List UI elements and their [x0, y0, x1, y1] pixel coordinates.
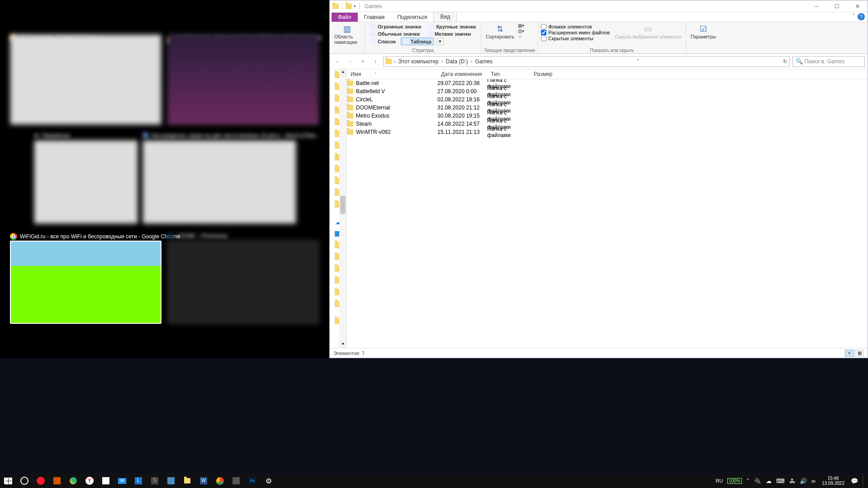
taskbar-app-photoshop[interactable]: Ps: [244, 474, 261, 488]
table-row[interactable]: DOOMEternal31.08.2020 21:12Папка с файла…: [347, 104, 868, 112]
group-by-button[interactable]: ▦▾: [518, 23, 524, 28]
taskview-thumb-settings[interactable]: [34, 140, 138, 224]
chevron-right-icon[interactable]: ›: [394, 58, 395, 65]
taskbar-app[interactable]: [163, 474, 179, 488]
task-view-button[interactable]: [0, 474, 16, 488]
address-dropdown-icon[interactable]: ˅: [637, 58, 640, 65]
breadcrumb-seg[interactable]: Games: [474, 58, 493, 65]
ribbon-tab-home[interactable]: Главная: [358, 13, 391, 22]
nav-forward-button[interactable]: →: [345, 57, 355, 66]
view-mode-normal[interactable]: Обычные значки: [368, 30, 422, 38]
view-mode-table[interactable]: Таблица: [401, 38, 434, 45]
view-mode-small[interactable]: Мелкие значки: [425, 30, 473, 38]
breadcrumb-seg[interactable]: Этот компьютер: [397, 58, 440, 65]
table-row[interactable]: WinMTR-v09215.11.2021 21:13Папка с файла…: [347, 128, 868, 136]
taskbar-app[interactable]: [98, 474, 114, 488]
hide-selected-button[interactable]: ▭ Скрыть выбранные элементы: [613, 23, 683, 41]
taskbar-app-settings[interactable]: ⚙: [261, 474, 277, 488]
file-extensions-toggle[interactable]: Расширения имен файлов: [541, 30, 610, 35]
file-date: 15.11.2021 21:13: [437, 129, 487, 135]
input-language[interactable]: RU: [716, 478, 723, 483]
collapse-ribbon-icon[interactable]: ˄: [852, 13, 855, 20]
show-desktop-button[interactable]: [863, 474, 865, 488]
taskbar-app-explorer[interactable]: [179, 474, 195, 488]
taskbar-app-chrome[interactable]: [212, 474, 228, 488]
details-view-button[interactable]: ≡: [845, 350, 854, 357]
table-row[interactable]: CircleL02.08.2022 18:16Папка с файлами: [347, 95, 868, 104]
chevron-right-icon[interactable]: ›: [470, 58, 472, 65]
network-icon[interactable]: 🖧: [789, 478, 795, 484]
column-header-type[interactable]: Тип: [487, 71, 530, 77]
help-icon[interactable]: ?: [858, 13, 865, 20]
window-titlebar[interactable]: ▾ Games ─ ☐ ✕: [330, 0, 868, 12]
taskbar-app-sublime[interactable]: S: [147, 474, 163, 488]
table-row[interactable]: Steam14.08.2022 14:57Папка с файлами: [347, 120, 868, 128]
hidden-items-toggle[interactable]: Скрытые элементы: [541, 36, 610, 41]
taskbar-app-word[interactable]: W: [195, 474, 212, 488]
close-button[interactable]: ✕: [847, 0, 868, 12]
sync-icon[interactable]: ∞: [811, 478, 816, 484]
nav-pane-collapsed[interactable]: ☁ ▴ ▾: [330, 69, 347, 348]
size-columns-button[interactable]: ↔: [518, 34, 524, 39]
taskview-thumb-photoshop[interactable]: [167, 241, 319, 324]
scroll-up-icon[interactable]: ▴: [339, 69, 346, 76]
navpane-scrollbar[interactable]: ▴ ▾: [339, 69, 346, 348]
taskbar-clock[interactable]: 15:46 13.09.2022: [820, 476, 846, 486]
column-header-size[interactable]: Размер: [530, 71, 557, 77]
table-row[interactable]: Battle.net29.07.2022 20:38Папка с файлам…: [347, 79, 868, 87]
taskbar-app[interactable]: [228, 474, 244, 488]
nav-pane-button[interactable]: ▥ Область навигации: [332, 23, 362, 46]
breadcrumb-seg[interactable]: Data (D:): [445, 58, 469, 65]
taskbar-app[interactable]: [65, 474, 81, 488]
add-columns-button[interactable]: ▥▾: [518, 28, 524, 33]
taskview-thumb-word[interactable]: [142, 140, 296, 224]
refresh-button[interactable]: ↻: [783, 58, 787, 65]
taskbar-app-mail[interactable]: ✉: [114, 474, 130, 488]
taskview-thumb-wifigid[interactable]: [10, 241, 161, 324]
nav-recent-dropdown[interactable]: ▾: [358, 57, 368, 66]
taskbar-app[interactable]: [49, 474, 65, 488]
column-header-name[interactable]: Имя˄: [347, 71, 437, 77]
ribbon-tab-file[interactable]: Файл: [332, 13, 358, 22]
action-center-icon[interactable]: 💬: [851, 478, 858, 484]
folder-icon[interactable]: [332, 4, 339, 9]
tray-overflow-icon[interactable]: ˄: [746, 478, 749, 484]
onedrive-tray-icon[interactable]: ☁: [766, 478, 772, 484]
sort-button[interactable]: ⇅ Сортировать: [484, 23, 516, 40]
chevron-right-icon[interactable]: ›: [441, 58, 443, 65]
minimize-button[interactable]: ─: [806, 0, 827, 12]
nav-back-button[interactable]: ←: [332, 57, 342, 66]
taskbar-app-yandex[interactable]: Y: [81, 474, 98, 488]
taskbar-app-opera[interactable]: [33, 474, 49, 488]
view-mode-huge[interactable]: Огромные значки: [368, 23, 423, 30]
taskview-thumb-chrome-messenger[interactable]: [10, 34, 161, 125]
taskbar-app[interactable]: L: [130, 474, 147, 488]
search-input[interactable]: [805, 58, 862, 65]
maximize-button[interactable]: ☐: [827, 0, 847, 12]
view-mode-large[interactable]: Крупные значки: [426, 23, 478, 30]
large-icons-view-button[interactable]: ▦: [855, 350, 864, 357]
search-button[interactable]: [16, 474, 33, 488]
address-bar[interactable]: › Этот компьютер › Data (D:) › Games ˅ ↻: [383, 56, 790, 67]
power-icon[interactable]: 🔌: [754, 478, 761, 484]
battery-indicator[interactable]: 100%: [727, 478, 742, 484]
ribbon-tab-share[interactable]: Поделиться: [391, 13, 433, 22]
folder-icon[interactable]: [346, 4, 352, 9]
taskview-thumb-chrome-video[interactable]: [167, 34, 319, 125]
search-box[interactable]: 🔍: [792, 56, 865, 67]
table-row[interactable]: Battlefield V27.08.2020 0:00Папка с файл…: [347, 87, 868, 95]
view-mode-list[interactable]: Список: [368, 38, 398, 45]
qat-dropdown-icon[interactable]: ▾: [354, 4, 356, 9]
table-row[interactable]: Metro Exodus30.08.2020 19:15Папка с файл…: [347, 112, 868, 120]
keyboard-icon[interactable]: ⌨: [776, 478, 785, 484]
folder-icon: [347, 113, 353, 118]
item-checkboxes-toggle[interactable]: Флажки элементов: [541, 24, 610, 29]
scrollbar-thumb[interactable]: [340, 196, 346, 214]
scroll-down-icon[interactable]: ▾: [339, 341, 346, 348]
layout-more-icon[interactable]: ▾: [436, 38, 444, 45]
volume-icon[interactable]: 🔊: [800, 478, 807, 484]
options-button[interactable]: ☑ Параметры: [689, 23, 718, 40]
ribbon-tab-view[interactable]: Вид: [433, 12, 457, 22]
column-header-date[interactable]: Дата изменения: [437, 71, 487, 77]
nav-up-button[interactable]: ↑: [370, 57, 380, 66]
